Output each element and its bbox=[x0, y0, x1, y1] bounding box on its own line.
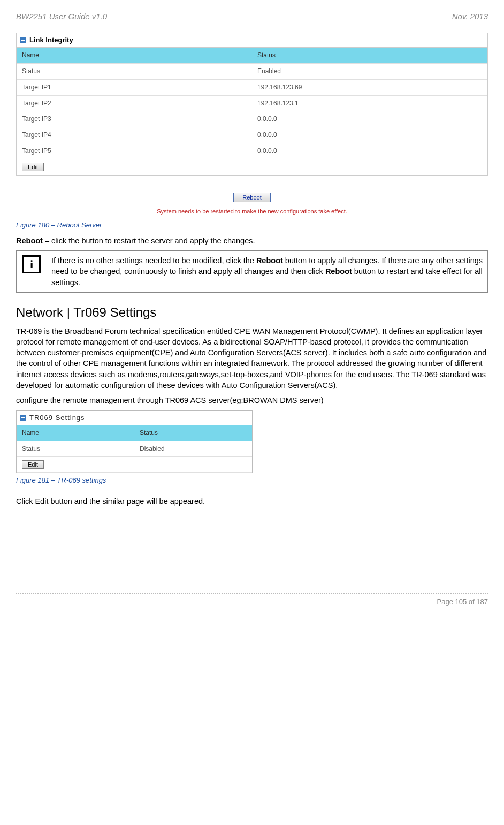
table-row: Status Disabled bbox=[17, 441, 252, 457]
figure-181-caption: Figure 181 – TR-069 settings bbox=[16, 476, 488, 485]
reboot-area: Reboot bbox=[16, 192, 488, 203]
tr069-paragraph: TR-069 is the Broadband Forum technical … bbox=[16, 326, 488, 391]
info-icon: i bbox=[22, 255, 41, 273]
page-header: BW2251 User Guide v1.0 Nov. 2013 bbox=[16, 11, 488, 22]
tr069-config-line: configure the remote management through … bbox=[16, 395, 488, 406]
col-name: Name bbox=[17, 425, 134, 441]
tr069-panel: TR069 Settings Name Status Status Disabl… bbox=[16, 410, 253, 474]
table-row: Target IP1192.168.123.69 bbox=[17, 79, 487, 95]
link-integrity-title: Link Integrity bbox=[29, 35, 73, 45]
table-row: Target IP2192.168.123.1 bbox=[17, 95, 487, 111]
figure-180-caption: Figure 180 – Reboot Server bbox=[16, 220, 488, 230]
tr069-title-bar: TR069 Settings bbox=[17, 411, 252, 425]
table-header-row: Name Status bbox=[17, 48, 487, 63]
reboot-button[interactable]: Reboot bbox=[233, 193, 270, 202]
col-name: Name bbox=[17, 48, 252, 63]
edit-row: Edit bbox=[17, 159, 487, 175]
col-status: Status bbox=[134, 425, 252, 441]
table-row: Target IP50.0.0.0 bbox=[17, 143, 487, 159]
header-left: BW2251 User Guide v1.0 bbox=[16, 11, 107, 22]
edit-button[interactable]: Edit bbox=[22, 460, 44, 469]
section-heading: Network | Tr069 Settings bbox=[16, 303, 488, 322]
link-integrity-panel: Link Integrity Name Status StatusEnabled… bbox=[16, 33, 488, 176]
tr069-title: TR069 Settings bbox=[29, 413, 85, 423]
table-row: Target IP30.0.0.0 bbox=[17, 111, 487, 127]
table-header-row: Name Status bbox=[17, 425, 252, 441]
reboot-label: Reboot bbox=[16, 236, 43, 245]
click-edit-line: Click Edit button and the similar page w… bbox=[16, 496, 488, 507]
link-integrity-table: Name Status StatusEnabled Target IP1192.… bbox=[17, 48, 487, 175]
edit-button[interactable]: Edit bbox=[22, 163, 44, 171]
tr069-table: Name Status Status Disabled Edit bbox=[17, 425, 252, 473]
collapse-icon[interactable] bbox=[20, 415, 26, 421]
page-number: Page 105 of 187 bbox=[16, 597, 488, 607]
footer-divider bbox=[16, 593, 488, 594]
info-icon-cell: i bbox=[17, 251, 47, 293]
reboot-description: Reboot – click the button to restart the… bbox=[16, 235, 488, 246]
table-row: StatusEnabled bbox=[17, 63, 487, 79]
info-note: i If there is no other settings needed t… bbox=[16, 250, 488, 293]
link-integrity-title-bar: Link Integrity bbox=[17, 33, 487, 48]
header-right: Nov. 2013 bbox=[452, 11, 488, 22]
info-text: If there is no other settings needed to … bbox=[47, 251, 488, 293]
col-status: Status bbox=[252, 48, 487, 63]
edit-row: Edit bbox=[17, 457, 252, 473]
collapse-icon[interactable] bbox=[20, 37, 26, 43]
table-row: Target IP40.0.0.0 bbox=[17, 127, 487, 143]
restart-message: System needs to be restarted to make the… bbox=[16, 208, 488, 216]
